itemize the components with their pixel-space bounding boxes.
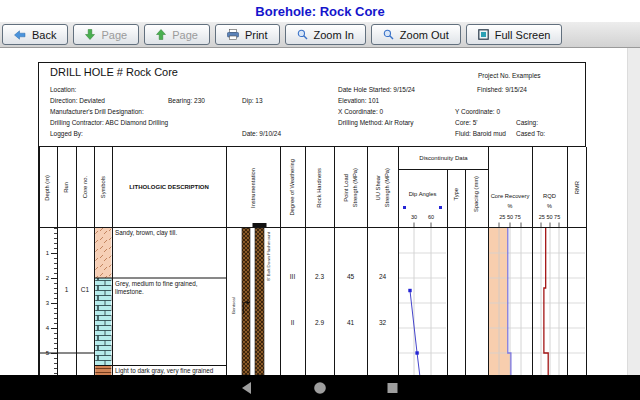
dip-tick-60: 60 xyxy=(426,214,436,220)
core-recovery-ticks: 25 50 75 xyxy=(489,214,531,220)
uu-shear-value: 24 xyxy=(369,273,397,280)
col-header-rmr: RMR xyxy=(569,148,586,227)
hardness-value: 2.3 xyxy=(307,273,333,280)
col-header-core-recovery: Core Recovery xyxy=(489,193,531,199)
weathering-value: III xyxy=(282,273,304,280)
col-header-rqd: RQD xyxy=(533,193,566,199)
col-header-uu-shear: UU ShearStrength (MPa) xyxy=(369,148,397,227)
field-core: Core: 5' xyxy=(455,119,478,126)
depth-major-tick xyxy=(51,353,58,354)
lithology-description: Light to dark gray, very fine grained xyxy=(115,367,223,375)
col-header-spacing: Spacing (mm) xyxy=(467,170,487,218)
col-header-point-load: Point LoadStrength (MPa) xyxy=(336,148,366,227)
uu-shear-value: 32 xyxy=(369,319,397,326)
report-title: DRILL HOLE # Rock Core xyxy=(50,66,178,78)
col-header-weathering: Degree of Weathering xyxy=(282,148,304,227)
table-border-right xyxy=(586,147,588,375)
core-number: C1 xyxy=(78,286,93,293)
point-load-value: 41 xyxy=(336,319,366,326)
field-date-started: Date Hole Started: 9/15/24 xyxy=(338,86,415,93)
field-drilling-method: Drilling Method: Air Rotary xyxy=(338,119,414,126)
lithology-description: Sandy, brown, clay till. xyxy=(115,229,223,237)
col-header-run: Run xyxy=(59,148,75,227)
field-log-date: Date: 9/10/24 xyxy=(242,130,281,137)
depth-label: 3 xyxy=(39,300,49,307)
field-contractor: Drilling Contractor: ABC Diamond Drillin… xyxy=(50,119,168,126)
dip-tick-30: 30 xyxy=(409,214,419,220)
hardness-value: 2.9 xyxy=(307,319,333,326)
field-bearing: Bearing: 230 xyxy=(168,97,205,104)
field-x-coordinate: X Coordinate: 0 xyxy=(338,108,383,115)
depth-major-tick xyxy=(51,303,58,304)
depth-label: 5 xyxy=(39,350,49,357)
col-header-dip-angles: Dip Angles xyxy=(399,191,446,197)
field-casing: Casing: xyxy=(516,119,538,126)
field-elevation: Elevation: 101 xyxy=(338,97,379,104)
app-screen: Borehole: Rock Core Back Page Page Print… xyxy=(0,0,640,400)
depth-major-tick xyxy=(51,253,58,254)
col-header-symbols: Symbols xyxy=(96,148,111,227)
col-header-discontinuity: Discontinuity Data xyxy=(399,149,488,167)
point-load-value: 45 xyxy=(336,273,366,280)
col-header-depth: Depth (m) xyxy=(40,148,56,227)
field-logged-by: Logged By: xyxy=(50,130,83,137)
field-fluid: Fluid: Baroid mud xyxy=(455,130,506,137)
dip-legend-marker xyxy=(439,206,442,209)
field-manufacturer: Manufacturer's Drill Designation: xyxy=(50,108,144,115)
nav-recents-icon[interactable] xyxy=(386,381,399,399)
nav-home-icon[interactable] xyxy=(313,381,327,399)
field-project-no: Project No. Examples xyxy=(478,72,541,79)
col-line xyxy=(488,147,489,375)
field-finished: Finished: 9/15/24 xyxy=(477,86,527,93)
core-recovery-pct: % xyxy=(489,203,531,209)
field-direction: Direction: Deviated xyxy=(50,97,105,104)
depth-major-tick xyxy=(51,278,58,279)
col-header-description: LITHOLOGIC DESCRIPTION xyxy=(114,148,225,227)
run-number: 1 xyxy=(59,286,75,293)
col-line xyxy=(532,147,533,375)
depth-label: 4 xyxy=(39,325,49,332)
dip-legend-marker xyxy=(403,206,406,209)
col-header-core-no: Core no. xyxy=(78,148,93,227)
nav-back-icon[interactable] xyxy=(240,381,253,399)
depth-label: 1 xyxy=(39,250,49,257)
android-nav-bar xyxy=(0,375,640,400)
depth-label: 2 xyxy=(39,275,49,282)
col-header-type: Type xyxy=(449,170,464,218)
weathering-value: II xyxy=(282,319,304,326)
field-y-coordinate: Y Coordinate: 0 xyxy=(455,108,500,115)
instrumentation-label-flushmount: 8' Bolt Down Flushmount xyxy=(267,232,272,281)
instrumentation-label-bentseal: Bentseal xyxy=(232,297,237,314)
field-cased-to: Cased To: xyxy=(516,130,545,137)
col-line xyxy=(398,147,399,375)
col-header-instrumentation: Instrumentation xyxy=(228,148,279,227)
rqd-pct: % xyxy=(533,203,566,209)
rqd-ticks: 25 50 75 xyxy=(533,214,566,220)
field-location: Location: xyxy=(50,86,76,93)
lithology-description: Grey, medium to fine grained, limestone. xyxy=(115,280,223,295)
field-dip: Dip: 13 xyxy=(242,97,263,104)
depth-major-tick xyxy=(51,328,58,329)
col-header-hardness: Rock Hardness xyxy=(307,148,333,227)
